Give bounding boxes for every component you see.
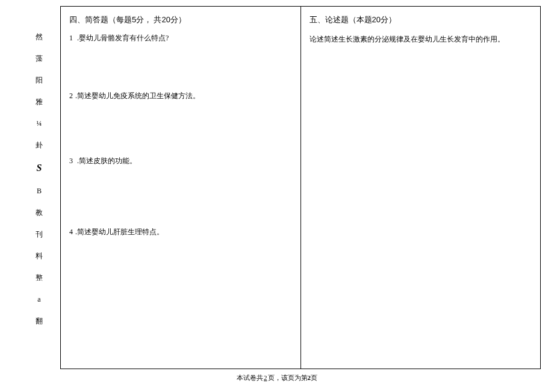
margin-char: 雅 [36, 98, 43, 105]
margin-char: 卦 [36, 142, 43, 149]
question-number: 4 [69, 228, 73, 236]
question-3: 3 .简述皮肤的功能。 [69, 155, 292, 166]
question-number: 2 [69, 92, 73, 100]
question-text: .简述皮肤的功能。 [75, 157, 137, 165]
section-total-points: 20 [161, 15, 170, 24]
margin-char: a [37, 296, 40, 303]
question-1: 1 .婴幼儿骨骼发育有什么特点? [69, 33, 292, 43]
binding-margin-text: 然 藻 阳 雅 ¼ 卦 S B 教 刊 料 整 a 翻 [33, 33, 45, 325]
essay-prompt: 论述简述生长激素的分泌规律及在婴幼儿生长发育中的作用。 [310, 34, 532, 45]
section-5-title: 五、论述题（本题20分） [310, 14, 532, 26]
footer-text: 页 [311, 374, 317, 381]
margin-char: 料 [36, 252, 43, 260]
question-2: 2.简述婴幼儿免疫系统的卫生保健方法。 [69, 90, 292, 101]
question-text: .婴幼儿骨骼发育有什么特点? [75, 34, 169, 42]
margin-char: B [37, 187, 42, 194]
footer-text: 本试卷共 [237, 374, 263, 381]
margin-char: 刊 [36, 231, 43, 238]
section-title-text: 五、论述题（本题 [310, 15, 372, 24]
margin-char: 阳 [36, 76, 43, 84]
total-pages: 2 [263, 374, 268, 381]
margin-char: 教 [36, 209, 43, 216]
margin-char: ¼ [37, 120, 42, 127]
question-number: 1 [69, 34, 73, 42]
footer-text: 页，该页为第 [268, 374, 308, 381]
section-title-text: 四、简答题（每题 [69, 15, 132, 24]
question-4: 4.简述婴幼儿肝脏生理特点。 [69, 226, 292, 237]
margin-char: 然 [36, 33, 43, 40]
page-footer: 本试卷共2页，该页为第2页 [0, 373, 554, 382]
section-title-text: 分， 共 [136, 15, 161, 24]
margin-char: 翻 [36, 317, 43, 325]
section-title-text: 分） [170, 15, 186, 24]
right-column: 五、论述题（本题20分） 论述简述生长激素的分泌规律及在婴幼儿生长发育中的作用。 [301, 7, 541, 369]
section-title-text: 分） [381, 15, 396, 24]
section-total-points: 20 [372, 15, 381, 24]
margin-char: S [37, 163, 42, 173]
exam-page-box: 四、简答题（每题5分， 共20分） 1 .婴幼儿骨骼发育有什么特点? 2.简述婴… [60, 6, 541, 369]
margin-char: 整 [36, 274, 43, 281]
section-4-title: 四、简答题（每题5分， 共20分） [69, 14, 292, 26]
question-text: .简述婴幼儿肝脏生理特点。 [75, 228, 164, 236]
question-text: .简述婴幼儿免疫系统的卫生保健方法。 [75, 92, 200, 100]
left-column: 四、简答题（每题5分， 共20分） 1 .婴幼儿骨骼发育有什么特点? 2.简述婴… [61, 7, 301, 369]
margin-char: 藻 [36, 55, 43, 62]
question-number: 3 [69, 157, 73, 165]
